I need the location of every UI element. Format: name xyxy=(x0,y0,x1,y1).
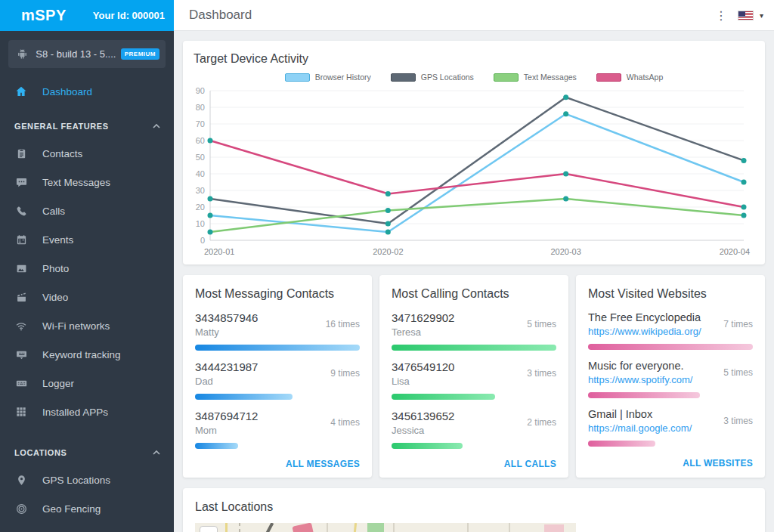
sidebar-item-contacts[interactable]: Contacts xyxy=(0,139,174,168)
contacts-icon xyxy=(14,148,28,159)
section-general-features[interactable]: GENERAL FEATURES xyxy=(0,113,174,139)
most-messaging-contacts-card: Most Messaging Contacts 3434857946 Matty… xyxy=(183,275,372,478)
section-locations[interactable]: LOCATIONS xyxy=(0,440,174,466)
logo-text: mSPY xyxy=(21,7,67,24)
chart-legend: Browser HistoryGPS LocationsText Message… xyxy=(194,73,754,82)
language-selector[interactable]: ▾ xyxy=(738,11,763,20)
image-icon xyxy=(14,263,28,274)
times-label: 3 times xyxy=(527,368,556,379)
sidebar-item-label: Events xyxy=(42,234,73,246)
svg-text:20: 20 xyxy=(196,203,205,212)
sidebar-item-photo[interactable]: Photo xyxy=(0,254,174,283)
chevron-up-icon xyxy=(153,450,160,455)
all-messages-link[interactable]: ALL MESSAGES xyxy=(195,459,360,469)
sidebar-item-label: Dashboard xyxy=(42,86,92,97)
device-selector[interactable]: S8 - build 13 - 5.... PREMIUM xyxy=(8,40,166,68)
sidebar-item-label: Keyword tracking xyxy=(42,349,121,360)
website-row: Gmail | Inbox https://mail.google.com/ 3… xyxy=(588,408,753,447)
sidebar-item-label: Text Messages xyxy=(42,177,110,188)
sidebar-item-label: Photo xyxy=(42,263,69,274)
usage-bar xyxy=(195,394,293,400)
usage-bar xyxy=(195,443,238,449)
sidebar-item-label: Logger xyxy=(42,378,74,389)
times-label: 16 times xyxy=(326,319,360,329)
locations-map[interactable] xyxy=(195,523,576,532)
activity-line-chart: 01020304050607080902020-012020-022020-03… xyxy=(194,83,751,258)
main-content: Target Device Activity Browser HistoryGP… xyxy=(174,31,774,532)
sidebar-item-label: Installed APPs xyxy=(42,407,108,418)
contact-row: 3456139652 Jessica 2 times xyxy=(392,410,556,449)
all-calls-link[interactable]: ALL CALLS xyxy=(392,459,556,469)
sidebar-item-dashboard[interactable]: Dashboard xyxy=(0,77,174,106)
sidebar-item-logger[interactable]: Logger xyxy=(0,369,174,397)
svg-text:60: 60 xyxy=(196,136,205,145)
card-title: Last Locations xyxy=(195,500,753,514)
sidebar-item-calls[interactable]: Calls xyxy=(0,196,174,225)
legend-label: WhatsApp xyxy=(627,73,663,82)
premium-badge: PREMIUM xyxy=(121,48,159,60)
sidebar-item-geo-fencing[interactable]: Geo Fencing xyxy=(0,494,174,523)
sidebar-item-text-messages[interactable]: Text Messages xyxy=(0,168,174,196)
sidebar: mSPY Your Id: 000001 S8 - build 13 - 5..… xyxy=(0,0,174,532)
sidebar-item-wifi-networks[interactable]: Wi-Fi networks xyxy=(0,311,174,340)
kebab-menu-icon[interactable]: ⋮ xyxy=(704,8,738,23)
svg-text:2020-03: 2020-03 xyxy=(550,247,580,256)
sidebar-item-label: Wi-Fi networks xyxy=(42,320,110,332)
contact-row: 3471629902 Teresa 5 times xyxy=(392,311,556,351)
times-label: 5 times xyxy=(527,319,556,329)
svg-text:10: 10 xyxy=(196,219,205,228)
usage-bar xyxy=(588,344,753,350)
geo-fence-icon xyxy=(14,503,28,515)
device-name: S8 - build 13 - 5.... xyxy=(31,48,121,60)
legend-item[interactable]: GPS Locations xyxy=(391,73,474,82)
sidebar-item-label: Geo Fencing xyxy=(42,503,101,515)
svg-text:2020-01: 2020-01 xyxy=(204,247,234,256)
android-icon xyxy=(17,48,28,60)
times-label: 9 times xyxy=(330,368,360,379)
brand-bar: mSPY Your Id: 000001 xyxy=(0,0,174,31)
wifi-icon xyxy=(14,320,28,332)
stats-row: Most Messaging Contacts 3434857946 Matty… xyxy=(183,275,765,478)
map-pin-icon xyxy=(14,475,28,486)
mspy-logo[interactable]: mSPY xyxy=(21,7,67,24)
card-title: Most Messaging Contacts xyxy=(195,287,360,301)
sidebar-item-events[interactable]: Events xyxy=(0,225,174,254)
legend-swatch xyxy=(494,73,519,82)
keyword-tracking-icon xyxy=(14,349,28,360)
caret-down-icon: ▾ xyxy=(760,11,763,20)
contact-row: 3434857946 Matty 16 times xyxy=(195,311,360,351)
most-calling-contacts-card: Most Calling Contacts 3471629902 Teresa … xyxy=(379,275,568,478)
sidebar-nav: Dashboard GENERAL FEATURES Contacts Text… xyxy=(0,71,174,523)
legend-swatch xyxy=(391,73,416,82)
svg-text:0: 0 xyxy=(200,236,205,245)
sidebar-item-label: Calls xyxy=(42,206,65,217)
map-zoom-control[interactable] xyxy=(200,526,218,532)
contact-row: 3487694712 Mom 4 times xyxy=(195,410,360,449)
legend-item[interactable]: Browser History xyxy=(285,73,371,82)
times-label: 2 times xyxy=(527,417,556,428)
svg-text:80: 80 xyxy=(196,103,205,112)
sidebar-item-installed-apps[interactable]: Installed APPs xyxy=(0,397,174,426)
svg-text:2020-04: 2020-04 xyxy=(720,247,750,256)
legend-swatch xyxy=(596,73,621,82)
target-device-activity-card: Target Device Activity Browser HistoryGP… xyxy=(183,41,765,264)
chat-bubble-icon xyxy=(14,177,28,188)
times-label: 7 times xyxy=(723,319,753,329)
usage-bar xyxy=(588,441,655,447)
section-label: LOCATIONS xyxy=(14,448,67,457)
sidebar-item-label: Video xyxy=(42,292,68,303)
usage-bar xyxy=(195,345,360,351)
sidebar-item-gps-locations[interactable]: GPS Locations xyxy=(0,466,174,494)
svg-text:40: 40 xyxy=(196,169,205,178)
last-locations-card: Last Locations xyxy=(183,488,765,532)
legend-item[interactable]: Text Messages xyxy=(494,73,577,82)
sidebar-item-keyword-tracking[interactable]: Keyword tracking xyxy=(0,340,174,369)
legend-item[interactable]: WhatsApp xyxy=(596,73,663,82)
grid-icon xyxy=(14,407,28,417)
all-websites-link[interactable]: ALL WEBSITES xyxy=(588,458,753,469)
svg-text:50: 50 xyxy=(196,153,205,162)
calendar-icon xyxy=(14,234,28,246)
chart-title: Target Device Activity xyxy=(194,52,754,66)
sidebar-item-video[interactable]: Video xyxy=(0,283,174,311)
usage-bar xyxy=(392,443,463,449)
